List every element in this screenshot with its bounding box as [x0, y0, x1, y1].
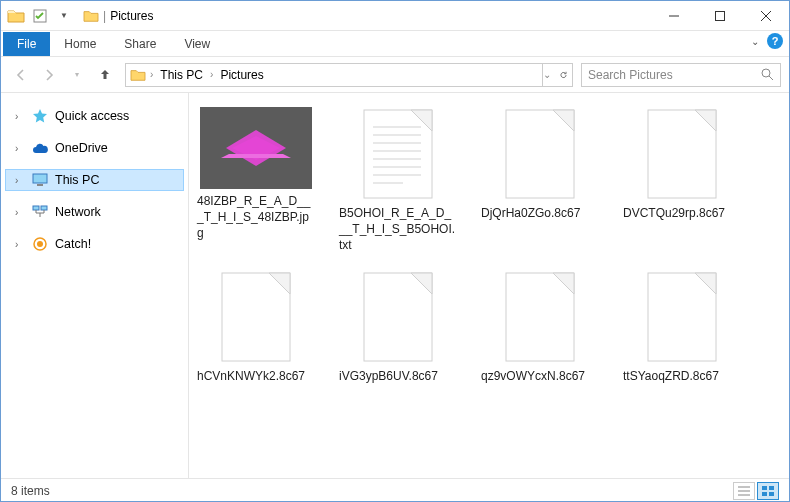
file-name: 48IZBP_R_E_A_D___T_H_I_S_48IZBP.jpg [197, 193, 315, 242]
chevron-right-icon[interactable]: › [15, 111, 25, 122]
nav-label: Network [55, 205, 101, 219]
address-folder-icon [130, 68, 146, 82]
file-item[interactable]: hCVnKNWYk2.8c67 [197, 270, 315, 384]
ribbon-expand-button[interactable]: ⌄ [751, 36, 759, 47]
svg-point-10 [37, 241, 43, 247]
nav-label: This PC [55, 173, 99, 187]
minimize-button[interactable] [651, 1, 697, 31]
file-name: ttSYaoqZRD.8c67 [623, 368, 741, 384]
nav-quick-access[interactable]: › Quick access [5, 105, 184, 127]
svg-rect-29 [762, 486, 767, 490]
close-button[interactable] [743, 1, 789, 31]
file-item[interactable]: ttSYaoqZRD.8c67 [623, 270, 741, 384]
tab-file[interactable]: File [3, 32, 50, 56]
image-thumbnail [200, 107, 312, 189]
svg-rect-20 [506, 110, 574, 198]
svg-rect-22 [222, 273, 290, 361]
tab-view[interactable]: View [170, 32, 224, 56]
svg-rect-30 [769, 486, 774, 490]
blank-file-icon [217, 270, 295, 364]
svg-rect-11 [364, 110, 432, 198]
search-icon [761, 68, 774, 81]
title-folder-icon [83, 9, 99, 23]
crumb-this-pc[interactable]: This PC [157, 68, 206, 82]
svg-rect-5 [33, 174, 47, 183]
nav-label: Quick access [55, 109, 129, 123]
help-icon[interactable]: ? [767, 33, 783, 49]
svg-rect-23 [364, 273, 432, 361]
window-title-text: Pictures [110, 9, 153, 23]
blank-file-icon [359, 270, 437, 364]
blank-file-icon [643, 107, 721, 201]
refresh-icon[interactable] [559, 68, 568, 82]
svg-rect-6 [37, 184, 43, 186]
nav-this-pc[interactable]: › This PC [5, 169, 184, 191]
nav-catch[interactable]: › Catch! [5, 233, 184, 255]
blank-file-icon [501, 107, 579, 201]
search-input[interactable]: Search Pictures [581, 63, 781, 87]
title-bar: ▼ | Pictures [1, 1, 789, 31]
network-icon [31, 204, 49, 220]
nav-label: OneDrive [55, 141, 108, 155]
ribbon: File Home Share View ⌄ ? [1, 31, 789, 57]
catch-icon [31, 236, 49, 252]
crumb-pictures[interactable]: Pictures [217, 68, 266, 82]
svg-rect-2 [716, 11, 725, 20]
file-name: B5OHOI_R_E_A_D___T_H_I_S_B5OHOI.txt [339, 205, 457, 254]
forward-button[interactable] [37, 63, 61, 87]
svg-rect-31 [762, 492, 767, 496]
search-placeholder: Search Pictures [588, 68, 673, 82]
quick-access-toolbar: ▼ [1, 5, 79, 27]
navigation-bar: ▾ › This PC › Pictures ⌄ Search Pictures [1, 57, 789, 93]
status-bar: 8 items [1, 478, 789, 502]
blank-file-icon [501, 270, 579, 364]
svg-rect-32 [769, 492, 774, 496]
file-name: DjQrHa0ZGo.8c67 [481, 205, 599, 221]
recent-locations-button[interactable]: ▾ [65, 63, 89, 87]
nav-onedrive[interactable]: › OneDrive [5, 137, 184, 159]
tab-share[interactable]: Share [110, 32, 170, 56]
maximize-button[interactable] [697, 1, 743, 31]
item-count: 8 items [11, 484, 50, 498]
svg-rect-25 [648, 273, 716, 361]
file-item[interactable]: B5OHOI_R_E_A_D___T_H_I_S_B5OHOI.txt [339, 107, 457, 254]
file-name: hCVnKNWYk2.8c67 [197, 368, 315, 384]
monitor-icon [31, 172, 49, 188]
file-name: qz9vOWYcxN.8c67 [481, 368, 599, 384]
thumbnails-view-button[interactable] [757, 482, 779, 500]
folder-icon [5, 5, 27, 27]
chevron-right-icon[interactable]: › [15, 207, 25, 218]
chevron-right-icon[interactable]: › [15, 239, 25, 250]
file-name: iVG3ypB6UV.8c67 [339, 368, 457, 384]
qat-properties-button[interactable] [29, 5, 51, 27]
svg-point-3 [762, 69, 770, 77]
chevron-right-icon[interactable]: › [15, 175, 25, 186]
svg-rect-7 [33, 206, 39, 210]
qat-dropdown[interactable]: ▼ [53, 5, 75, 27]
chevron-right-icon[interactable]: › [15, 143, 25, 154]
svg-line-4 [769, 76, 773, 80]
file-item[interactable]: iVG3ypB6UV.8c67 [339, 270, 457, 384]
svg-rect-8 [41, 206, 47, 210]
address-bar[interactable]: › This PC › Pictures ⌄ [125, 63, 573, 87]
up-button[interactable] [93, 63, 117, 87]
address-dropdown[interactable]: ⌄ [543, 69, 551, 80]
file-item[interactable]: DjQrHa0ZGo.8c67 [481, 107, 599, 254]
file-item[interactable]: qz9vOWYcxN.8c67 [481, 270, 599, 384]
chevron-right-icon[interactable]: › [208, 69, 215, 80]
cloud-icon [31, 140, 49, 156]
tab-home[interactable]: Home [50, 32, 110, 56]
nav-network[interactable]: › Network [5, 201, 184, 223]
file-list: 48IZBP_R_E_A_D___T_H_I_S_48IZBP.jpg B5OH… [189, 93, 789, 478]
file-item[interactable]: 48IZBP_R_E_A_D___T_H_I_S_48IZBP.jpg [197, 107, 315, 254]
svg-rect-24 [506, 273, 574, 361]
chevron-right-icon[interactable]: › [148, 69, 155, 80]
details-view-button[interactable] [733, 482, 755, 500]
svg-rect-21 [648, 110, 716, 198]
file-item[interactable]: DVCTQu29rp.8c67 [623, 107, 741, 254]
star-icon [31, 108, 49, 124]
file-name: DVCTQu29rp.8c67 [623, 205, 741, 221]
window-title: | Pictures [79, 9, 651, 23]
blank-file-icon [643, 270, 721, 364]
back-button[interactable] [9, 63, 33, 87]
